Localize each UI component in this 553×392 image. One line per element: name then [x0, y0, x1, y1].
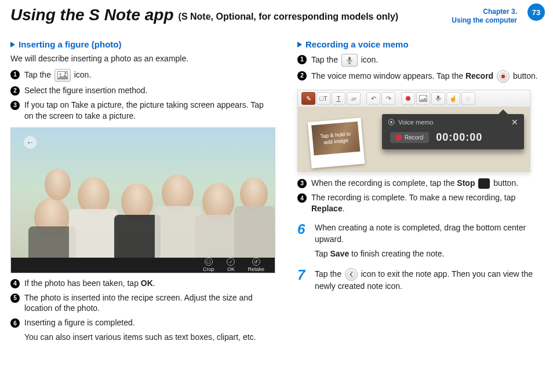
- svg-point-1: [59, 73, 61, 75]
- big-num-7: 7: [297, 268, 311, 292]
- svg-point-15: [390, 121, 392, 123]
- big-num-6: 6: [297, 222, 311, 260]
- step-num-2: 2: [10, 86, 20, 96]
- lead-text: We will describe inserting a photo as an…: [10, 54, 274, 63]
- big-step-6: 6 When creating a note is completed, dra…: [297, 222, 543, 260]
- step-4: 4 If the photo has been taken, tap OK.: [10, 278, 274, 289]
- triangle-icon: [297, 42, 302, 47]
- image-placeholder[interactable]: Tap & hold to add image: [308, 118, 365, 168]
- page-title: Using the S Note app: [10, 6, 174, 23]
- r-step-1: 1 Tap the icon.: [297, 54, 543, 67]
- subhead-voice-memo: Recording a voice memo: [297, 39, 543, 49]
- svg-rect-12: [437, 96, 439, 99]
- record-button[interactable]: Record: [390, 132, 429, 143]
- photo-action-bar: ☐Crop ✓OK ↺Retake: [11, 258, 275, 273]
- page-subtitle: (S Note, Optional, for corresponding mod…: [179, 6, 399, 22]
- note-extra: You can also insert various items such a…: [24, 332, 274, 343]
- star-icon[interactable]: ☆: [461, 92, 475, 105]
- voice-memo-popup: Voice memo ✕ Record 00:00:00: [382, 114, 524, 149]
- r-step-3: 3 When the recording is complete, tap th…: [297, 178, 543, 189]
- step-num-5: 5: [10, 294, 20, 303]
- hand-icon[interactable]: ☝: [446, 92, 460, 105]
- page: Using the S Note app (S Note, Optional, …: [0, 0, 553, 392]
- svg-point-9: [406, 96, 410, 101]
- pencil-icon[interactable]: ✎: [301, 92, 315, 105]
- redo-icon[interactable]: ↷: [381, 92, 395, 105]
- page-number-badge: 73: [527, 3, 545, 21]
- text-icon[interactable]: T: [332, 92, 345, 105]
- svg-point-8: [501, 75, 505, 78]
- back-circle-icon: [345, 268, 358, 281]
- step-5: 5 The photo is inserted into the recipe …: [10, 292, 274, 314]
- chapter-name: Using the computer: [452, 16, 517, 25]
- back-icon[interactable]: ←: [24, 136, 37, 149]
- step-num-4: 4: [10, 279, 20, 288]
- step-3: 3 If you tap on Take a picture, the pict…: [10, 100, 274, 122]
- svg-rect-4: [348, 57, 351, 61]
- column-right: Recording a voice memo 1 Tap the icon. 2…: [297, 39, 543, 343]
- subhead-insert-figure: Inserting a figure (photo): [10, 39, 274, 49]
- undo-icon[interactable]: ↶: [366, 92, 380, 105]
- textbox-icon[interactable]: □T: [316, 92, 330, 105]
- vm-toolbar: ✎ □T T ▱ ↶ ↷ + ☝ ☆: [298, 90, 530, 107]
- vm-canvas: Tap & hold to add image Voice memo ✕: [298, 107, 530, 172]
- step-2: 2 Select the figure insertion method.: [10, 85, 274, 96]
- toolbar-record-icon[interactable]: [401, 92, 415, 105]
- header: Using the S Note app (S Note, Optional, …: [10, 6, 543, 25]
- toolbar-mic-icon[interactable]: [431, 92, 445, 105]
- insert-image-icon: [54, 69, 71, 82]
- microphone-icon: [341, 54, 358, 67]
- step-num-1: 1: [10, 70, 20, 79]
- record-icon: [497, 70, 510, 83]
- insert-image-icon[interactable]: +: [416, 92, 430, 105]
- eraser-icon[interactable]: ▱: [347, 92, 361, 105]
- step-6: 6 Inserting a figure is completed.: [10, 317, 274, 328]
- svg-text:+: +: [425, 95, 427, 98]
- voice-memo-window: ✎ □T T ▱ ↶ ↷ + ☝ ☆: [297, 90, 530, 172]
- step-1: 1 Tap the icon.: [10, 69, 274, 82]
- r-step-2: 2 The voice memo window appears. Tap the…: [297, 70, 543, 83]
- big-step-7: 7 Tap the icon to exit the note app. The…: [297, 268, 543, 292]
- retake-button[interactable]: ↺Retake: [248, 258, 264, 272]
- photo-preview: ← ☐Crop ✓OK ↺Retake: [10, 127, 275, 273]
- close-icon[interactable]: ✕: [511, 118, 518, 127]
- record-dot-icon: [396, 135, 401, 140]
- svg-point-16: [348, 271, 355, 279]
- triangle-icon: [10, 42, 15, 47]
- chapter-label: Chapter 3.: [452, 8, 517, 16]
- voice-memo-title: Voice memo: [388, 119, 434, 126]
- record-timer: 00:00:00: [436, 131, 482, 144]
- step-num-3: 3: [10, 101, 20, 110]
- stop-icon: [478, 178, 490, 189]
- step-num-6: 6: [10, 318, 20, 328]
- ok-button[interactable]: ✓OK: [227, 258, 235, 272]
- column-left: Inserting a figure (photo) We will descr…: [10, 39, 274, 343]
- crop-button[interactable]: ☐Crop: [203, 258, 214, 272]
- r-step-4: 4 The recording is complete. To make a n…: [297, 192, 543, 214]
